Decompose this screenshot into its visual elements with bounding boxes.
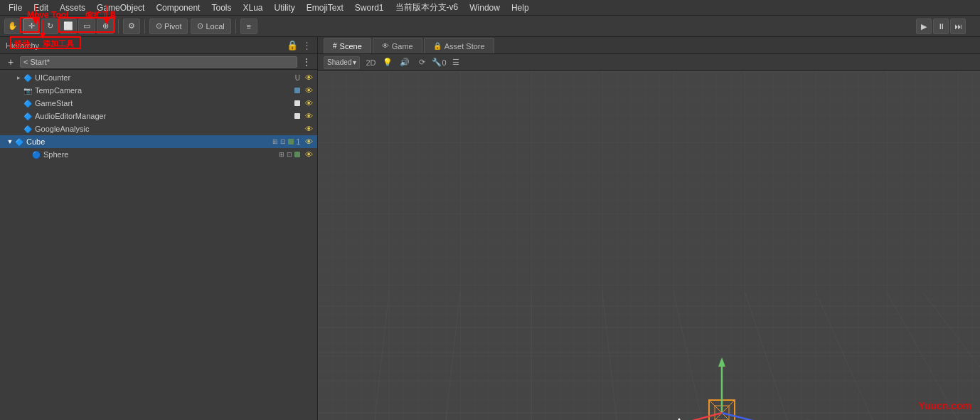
google-icon: 🔷 xyxy=(23,124,33,134)
menu-gameobject[interactable]: GameObject xyxy=(91,1,150,14)
play-controls: ▶ ⏸ ⏭ xyxy=(916,19,966,34)
cube-icon: 🔷 xyxy=(23,73,33,83)
local-label: Local xyxy=(206,22,224,31)
header-icons: 🔒 ⋮ xyxy=(287,40,311,51)
layers-icon: ≡ xyxy=(247,22,251,31)
svg-rect-5 xyxy=(318,71,980,420)
eye-icon-sphere[interactable]: 👁 xyxy=(303,149,314,160)
expand-arrow: ▸ xyxy=(14,74,23,81)
hierarchy-item-uicounter[interactable]: ▸ 🔷 UICounter U 👁 xyxy=(0,71,317,84)
hierarchy-item-gamestart[interactable]: 🔷 GameStart 👁 xyxy=(0,97,317,110)
menu-window[interactable]: Window xyxy=(464,1,506,14)
toolbar-separator-3 xyxy=(235,19,236,33)
menu-assets[interactable]: Assets xyxy=(54,1,91,14)
tab-scene-label: Scene xyxy=(340,42,362,51)
hierarchy-item-googleanalysic[interactable]: 🔷 GoogleAnalysic 👁 xyxy=(0,122,317,135)
step-button[interactable]: ⏭ xyxy=(950,19,966,34)
toolbar-separator-1 xyxy=(118,19,119,33)
menu-branch[interactable]: 当前版本分支-v6 xyxy=(390,0,464,15)
2d-button[interactable]: 2D xyxy=(364,56,377,69)
scene-canvas[interactable]: Yuucn.com xyxy=(318,71,980,420)
pivot-button[interactable]: ⊙ Pivot xyxy=(149,19,188,34)
eye-icon-gamestart[interactable]: 👁 xyxy=(303,98,314,109)
eye-icon-cube[interactable]: 👁 xyxy=(303,136,314,147)
play-button[interactable]: ▶ xyxy=(916,19,932,34)
hierarchy-panel: Hierarchy 🔒 ⋮ + ⋮ 移动 添加工具 xyxy=(0,37,318,420)
lock-icon[interactable]: 🔒 xyxy=(287,40,298,51)
scene-layers-btn[interactable]: ☰ xyxy=(449,56,462,69)
item-name-gamestart: GameStart xyxy=(35,99,294,107)
menu-xlua[interactable]: XLua xyxy=(237,1,268,14)
scene-effects-btn[interactable]: ⟳ xyxy=(415,56,428,69)
tab-asset-store[interactable]: 🔒 Asset Store xyxy=(424,38,494,53)
pause-button[interactable]: ⏸ xyxy=(933,19,949,34)
hierarchy-search-input[interactable] xyxy=(20,56,297,68)
main-area: Hierarchy 🔒 ⋮ + ⋮ 移动 添加工具 xyxy=(0,37,980,420)
more-icon[interactable]: ⋮ xyxy=(302,40,311,51)
gizmos-num: 0 xyxy=(442,58,446,67)
rotate-tool-button[interactable]: ↻ xyxy=(41,19,58,34)
hand-tool-button[interactable]: ✋ xyxy=(4,19,21,34)
item-badges-sphere: ⊞ ⊡ xyxy=(279,151,300,158)
eye-icon-audioeditor[interactable]: 👁 xyxy=(303,110,314,122)
settings-tool-button[interactable]: ⚙ xyxy=(123,19,140,34)
menu-component[interactable]: Component xyxy=(150,1,206,14)
menu-help[interactable]: Help xyxy=(506,1,535,14)
hierarchy-item-cube[interactable]: ▼ 🔷 Cube ⊞ ⊡ 1 👁 xyxy=(0,135,317,148)
menu-sword1[interactable]: Sword1 xyxy=(349,1,390,14)
menu-tools[interactable]: Tools xyxy=(206,1,237,14)
scene-grid-svg xyxy=(318,71,980,420)
add-hierarchy-button[interactable]: + xyxy=(4,56,17,68)
gizmos-label: 🔧 xyxy=(432,58,442,67)
menu-edit[interactable]: Edit xyxy=(28,1,54,14)
shaded-dropdown[interactable]: Shaded ▾ xyxy=(324,56,360,69)
item-badges: U xyxy=(295,74,300,82)
item-badges xyxy=(294,100,300,106)
hierarchy-more-button[interactable]: ⋮ xyxy=(300,56,313,68)
grid-badge: ⊞ xyxy=(272,138,278,145)
tab-game[interactable]: 👁 Game xyxy=(373,38,422,53)
hierarchy-item-tempcamera[interactable]: 📷 TempCamera 👁 xyxy=(0,84,317,97)
hierarchy-header: Hierarchy 🔒 ⋮ xyxy=(0,37,317,54)
item-name-sphere: Sphere xyxy=(43,150,279,159)
shaded-label: Shaded xyxy=(327,58,351,66)
item-name-uicounter: UICounter xyxy=(35,73,295,82)
scale-tool-button[interactable]: ⬜ xyxy=(60,19,77,34)
menu-utility[interactable]: Utility xyxy=(269,1,301,14)
tab-assetstore-label: Asset Store xyxy=(444,42,485,51)
hierarchy-toolbar: + ⋮ 移动 添加工具 xyxy=(0,54,317,70)
eye-icon-uicounter[interactable]: 👁 xyxy=(303,72,314,83)
pivot-icon: ⊙ xyxy=(156,21,162,31)
scene-light-button[interactable]: 💡 xyxy=(381,56,394,69)
layers-button[interactable]: ≡ xyxy=(240,19,257,34)
eye-icon-tempcamera[interactable]: 👁 xyxy=(303,85,314,96)
camera-icon: 📷 xyxy=(23,85,33,95)
badge xyxy=(294,113,300,119)
toolbar-separator-2 xyxy=(144,19,145,33)
scene-gizmos-btn[interactable]: 🔧 0 xyxy=(432,56,445,69)
tab-scene[interactable]: # Scene xyxy=(324,38,371,53)
rect-tool-button[interactable]: ▭ xyxy=(78,19,95,34)
local-button[interactable]: ⊙ Local xyxy=(191,19,230,34)
hierarchy-item-audioeditor[interactable]: 🔷 AudioEditorManager 👁 xyxy=(0,110,317,122)
shaded-arrow: ▾ xyxy=(353,58,356,66)
transform-tool-button[interactable]: ⊕ xyxy=(97,19,114,34)
gamestart-icon: 🔷 xyxy=(23,98,33,108)
menu-file[interactable]: File xyxy=(3,1,28,14)
menu-bar: File Edit Assets GameObject Component To… xyxy=(0,0,980,16)
move-tool-button[interactable]: ✛ xyxy=(23,19,40,34)
green-badge xyxy=(294,100,300,106)
hierarchy-item-sphere[interactable]: 🔵 Sphere ⊞ ⊡ 👁 xyxy=(0,148,317,161)
scene-tabs: # Scene 👁 Game 🔒 Asset Store xyxy=(318,37,980,54)
expand-arrow-cube[interactable]: ▼ xyxy=(6,138,14,145)
badge-num-cube: 1 xyxy=(296,138,300,146)
item-badges xyxy=(294,113,300,119)
scene-audio-button[interactable]: 🔊 xyxy=(398,56,411,69)
scene-tab-icon: # xyxy=(333,42,337,50)
item-name-cube: Cube xyxy=(26,137,272,146)
cube-icon: 🔷 xyxy=(14,137,24,147)
green-badge-cube xyxy=(288,139,294,145)
menu-emojitext[interactable]: EmojiText xyxy=(301,1,349,14)
item-badges-cube: ⊞ ⊡ 1 xyxy=(272,138,300,146)
eye-icon-googleanalysic[interactable]: 👁 xyxy=(303,123,314,135)
